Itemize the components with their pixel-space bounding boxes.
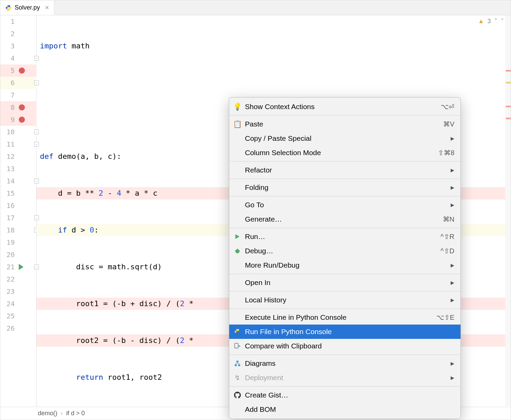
menu-separator — [229, 115, 461, 116]
line-number: 15 — [0, 189, 17, 197]
line-number: 14 — [0, 177, 17, 185]
submenu-arrow-icon: ▶ — [451, 280, 454, 285]
tab-bar: Solver.py ✕ — [0, 0, 511, 15]
line-number: 6 — [0, 79, 17, 87]
line-number: 10 — [0, 128, 17, 136]
menu-separator — [229, 179, 461, 179]
menu-local-history[interactable]: Local History ▶ — [229, 293, 461, 307]
scroll-error-mark[interactable] — [506, 70, 511, 72]
menu-separator — [229, 355, 461, 355]
line-number: 4 — [0, 54, 17, 62]
line-number: 1 — [0, 17, 17, 26]
line-number: 8 — [0, 103, 17, 111]
menu-paste[interactable]: 📋 Paste ⌘V — [229, 117, 461, 131]
breakpoint-icon[interactable] — [19, 117, 25, 123]
submenu-arrow-icon: ▶ — [451, 185, 454, 190]
line-number: 26 — [0, 324, 17, 332]
menu-add-bom[interactable]: Add BOM — [229, 402, 461, 417]
warning-count: 3 — [487, 18, 491, 25]
scroll-error-mark[interactable] — [506, 118, 511, 119]
menu-copy-paste-special[interactable]: Copy / Paste Special ▶ — [229, 131, 461, 146]
run-icon — [233, 232, 242, 241]
line-number: 2 — [0, 30, 17, 38]
chevron-up-icon[interactable]: ˄ — [494, 17, 497, 25]
bulb-icon: 💡 — [233, 103, 242, 111]
run-gutter-icon[interactable] — [19, 264, 24, 270]
menu-run-file-in-console[interactable]: Run File in Python Console — [229, 325, 461, 339]
line-number: 24 — [0, 300, 17, 308]
breadcrumb-item[interactable]: demo() — [38, 410, 57, 417]
inspection-widget[interactable]: ▲ 3 ˄ ˅ — [478, 17, 504, 25]
python-file-icon — [5, 4, 12, 11]
line-number: 17 — [0, 214, 17, 222]
submenu-arrow-icon: ▶ — [451, 375, 454, 380]
menu-execute-line[interactable]: Execute Line in Python Console ⌥⇧E — [229, 310, 461, 325]
line-number: 23 — [0, 287, 17, 296]
svg-rect-10 — [238, 364, 240, 366]
line-number: 13 — [0, 165, 17, 173]
scroll-warning-mark[interactable] — [506, 82, 511, 84]
menu-run[interactable]: Run… ^⇧R — [229, 229, 461, 244]
github-icon — [233, 391, 242, 399]
menu-separator — [229, 228, 461, 228]
menu-more-run-debug[interactable]: More Run/Debug ▶ — [229, 258, 461, 272]
menu-separator — [229, 291, 461, 291]
menu-show-context-actions[interactable]: 💡 Show Context Actions ⌥⏎ — [229, 100, 461, 114]
diff-icon — [233, 342, 242, 350]
clipboard-icon: 📋 — [233, 120, 242, 128]
svg-rect-9 — [235, 364, 237, 366]
svg-point-1 — [9, 9, 10, 10]
menu-compare-clipboard[interactable]: Compare with Clipboard — [229, 339, 461, 353]
menu-debug[interactable]: Debug… ^⇧D — [229, 244, 461, 258]
line-number: 7 — [0, 91, 17, 99]
submenu-arrow-icon: ▶ — [451, 361, 454, 366]
close-tab-icon[interactable]: ✕ — [45, 4, 49, 11]
menu-separator — [229, 309, 461, 309]
menu-separator — [229, 386, 461, 387]
svg-point-0 — [8, 5, 8, 6]
menu-open-in[interactable]: Open In ▶ — [229, 275, 461, 290]
svg-rect-8 — [236, 361, 238, 362]
chevron-down-icon[interactable]: ˅ — [501, 17, 504, 25]
submenu-arrow-icon: ▶ — [451, 262, 454, 268]
menu-column-selection[interactable]: Column Selection Mode ⇧⌘8 — [229, 146, 461, 160]
breadcrumb-item[interactable]: if d > 0 — [66, 410, 85, 417]
line-number: 11 — [0, 140, 17, 148]
scroll-error-mark[interactable] — [506, 106, 511, 107]
menu-separator — [229, 274, 461, 274]
tab-filename: Solver.py — [15, 4, 40, 11]
scrollbar[interactable] — [505, 15, 511, 406]
deployment-icon: ↯ — [233, 374, 242, 382]
menu-separator — [229, 161, 461, 162]
line-number: 25 — [0, 312, 17, 320]
menu-create-gist[interactable]: Create Gist… — [229, 388, 461, 402]
breakpoint-icon[interactable] — [19, 68, 25, 74]
menu-refactor[interactable]: Refactor ▶ — [229, 163, 461, 177]
svg-marker-2 — [235, 234, 239, 239]
context-menu: 💡 Show Context Actions ⌥⏎ 📋 Paste ⌘V Cop… — [229, 97, 461, 419]
menu-folding[interactable]: Folding ▶ — [229, 180, 461, 195]
diagram-icon — [233, 359, 242, 368]
line-number: 20 — [0, 251, 17, 259]
menu-separator — [229, 196, 461, 196]
chevron-right-icon: › — [61, 410, 63, 417]
svg-rect-7 — [235, 343, 238, 348]
submenu-arrow-icon: ▶ — [451, 167, 454, 173]
line-number: 12 — [0, 152, 17, 161]
menu-deployment: ↯ Deployment ▶ — [229, 371, 461, 385]
line-number: 9 — [0, 116, 17, 124]
breakpoint-icon[interactable] — [19, 104, 25, 110]
line-number: 3 — [0, 42, 17, 50]
line-number: 5 — [0, 66, 17, 75]
gutter[interactable]: 1 2 3 4− 5 6− 7 8 9 10− 11− 12 13 14− 15… — [0, 15, 36, 407]
menu-generate[interactable]: Generate… ⌘N — [229, 212, 461, 226]
menu-diagrams[interactable]: Diagrams ▶ — [229, 356, 461, 371]
line-number: 18 — [0, 226, 17, 234]
debug-icon — [233, 247, 242, 255]
submenu-arrow-icon: ▶ — [451, 136, 454, 141]
editor-tab[interactable]: Solver.py ✕ — [0, 0, 54, 15]
menu-goto[interactable]: Go To ▶ — [229, 198, 461, 212]
line-number: 21 — [0, 263, 17, 271]
submenu-arrow-icon: ▶ — [451, 202, 454, 208]
python-icon — [233, 328, 242, 336]
